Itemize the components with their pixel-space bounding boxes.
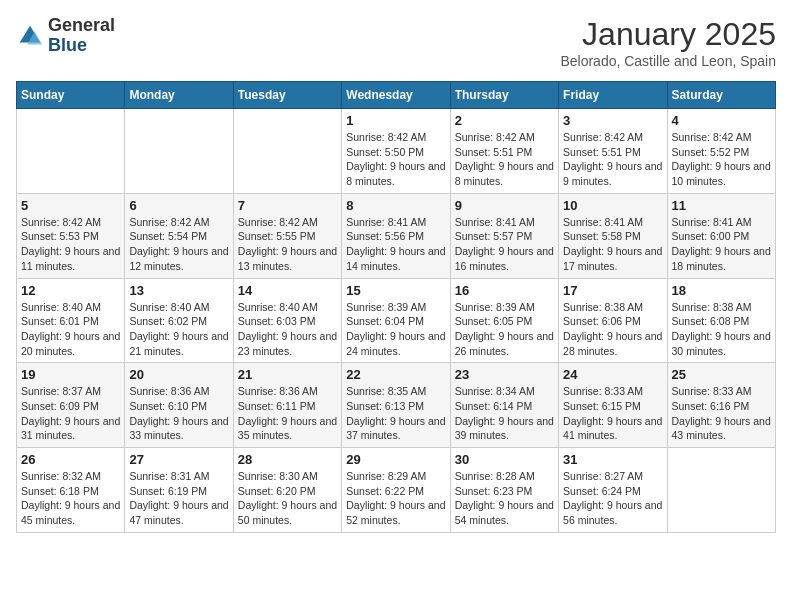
day-number: 21	[238, 367, 337, 382]
calendar-week-row: 1Sunrise: 8:42 AMSunset: 5:50 PMDaylight…	[17, 109, 776, 194]
day-info: Sunrise: 8:41 AMSunset: 5:57 PMDaylight:…	[455, 215, 554, 274]
calendar-cell: 13Sunrise: 8:40 AMSunset: 6:02 PMDayligh…	[125, 278, 233, 363]
weekday-header: Thursday	[450, 82, 558, 109]
day-info: Sunrise: 8:36 AMSunset: 6:10 PMDaylight:…	[129, 384, 228, 443]
calendar-cell	[667, 448, 775, 533]
logo-icon	[16, 22, 44, 50]
calendar-cell: 21Sunrise: 8:36 AMSunset: 6:11 PMDayligh…	[233, 363, 341, 448]
calendar-cell: 25Sunrise: 8:33 AMSunset: 6:16 PMDayligh…	[667, 363, 775, 448]
day-number: 31	[563, 452, 662, 467]
calendar-cell: 30Sunrise: 8:28 AMSunset: 6:23 PMDayligh…	[450, 448, 558, 533]
calendar-cell: 9Sunrise: 8:41 AMSunset: 5:57 PMDaylight…	[450, 193, 558, 278]
calendar-cell: 7Sunrise: 8:42 AMSunset: 5:55 PMDaylight…	[233, 193, 341, 278]
day-info: Sunrise: 8:41 AMSunset: 5:58 PMDaylight:…	[563, 215, 662, 274]
day-info: Sunrise: 8:42 AMSunset: 5:51 PMDaylight:…	[563, 130, 662, 189]
day-number: 27	[129, 452, 228, 467]
calendar-week-row: 5Sunrise: 8:42 AMSunset: 5:53 PMDaylight…	[17, 193, 776, 278]
calendar-cell: 19Sunrise: 8:37 AMSunset: 6:09 PMDayligh…	[17, 363, 125, 448]
calendar-cell	[125, 109, 233, 194]
day-number: 8	[346, 198, 445, 213]
day-info: Sunrise: 8:42 AMSunset: 5:53 PMDaylight:…	[21, 215, 120, 274]
day-info: Sunrise: 8:41 AMSunset: 6:00 PMDaylight:…	[672, 215, 771, 274]
day-number: 7	[238, 198, 337, 213]
calendar-cell: 1Sunrise: 8:42 AMSunset: 5:50 PMDaylight…	[342, 109, 450, 194]
calendar-week-row: 12Sunrise: 8:40 AMSunset: 6:01 PMDayligh…	[17, 278, 776, 363]
day-info: Sunrise: 8:33 AMSunset: 6:15 PMDaylight:…	[563, 384, 662, 443]
day-info: Sunrise: 8:42 AMSunset: 5:54 PMDaylight:…	[129, 215, 228, 274]
day-info: Sunrise: 8:39 AMSunset: 6:05 PMDaylight:…	[455, 300, 554, 359]
day-number: 4	[672, 113, 771, 128]
day-info: Sunrise: 8:35 AMSunset: 6:13 PMDaylight:…	[346, 384, 445, 443]
weekday-header: Saturday	[667, 82, 775, 109]
day-number: 22	[346, 367, 445, 382]
day-number: 26	[21, 452, 120, 467]
calendar-cell: 5Sunrise: 8:42 AMSunset: 5:53 PMDaylight…	[17, 193, 125, 278]
calendar-header-row: SundayMondayTuesdayWednesdayThursdayFrid…	[17, 82, 776, 109]
day-number: 3	[563, 113, 662, 128]
weekday-header: Wednesday	[342, 82, 450, 109]
calendar-cell: 24Sunrise: 8:33 AMSunset: 6:15 PMDayligh…	[559, 363, 667, 448]
calendar-cell	[17, 109, 125, 194]
calendar-cell: 29Sunrise: 8:29 AMSunset: 6:22 PMDayligh…	[342, 448, 450, 533]
day-number: 28	[238, 452, 337, 467]
calendar-cell: 23Sunrise: 8:34 AMSunset: 6:14 PMDayligh…	[450, 363, 558, 448]
calendar-cell: 22Sunrise: 8:35 AMSunset: 6:13 PMDayligh…	[342, 363, 450, 448]
day-number: 5	[21, 198, 120, 213]
calendar-cell: 3Sunrise: 8:42 AMSunset: 5:51 PMDaylight…	[559, 109, 667, 194]
calendar-cell: 18Sunrise: 8:38 AMSunset: 6:08 PMDayligh…	[667, 278, 775, 363]
calendar-week-row: 26Sunrise: 8:32 AMSunset: 6:18 PMDayligh…	[17, 448, 776, 533]
day-number: 25	[672, 367, 771, 382]
calendar-cell: 27Sunrise: 8:31 AMSunset: 6:19 PMDayligh…	[125, 448, 233, 533]
page-header: General Blue January 2025 Belorado, Cast…	[16, 16, 776, 69]
calendar-week-row: 19Sunrise: 8:37 AMSunset: 6:09 PMDayligh…	[17, 363, 776, 448]
day-number: 13	[129, 283, 228, 298]
day-info: Sunrise: 8:40 AMSunset: 6:03 PMDaylight:…	[238, 300, 337, 359]
logo-blue: Blue	[48, 35, 87, 55]
day-number: 1	[346, 113, 445, 128]
calendar-cell: 2Sunrise: 8:42 AMSunset: 5:51 PMDaylight…	[450, 109, 558, 194]
day-info: Sunrise: 8:38 AMSunset: 6:08 PMDaylight:…	[672, 300, 771, 359]
day-info: Sunrise: 8:34 AMSunset: 6:14 PMDaylight:…	[455, 384, 554, 443]
calendar-cell: 4Sunrise: 8:42 AMSunset: 5:52 PMDaylight…	[667, 109, 775, 194]
day-info: Sunrise: 8:39 AMSunset: 6:04 PMDaylight:…	[346, 300, 445, 359]
day-number: 16	[455, 283, 554, 298]
calendar-cell: 12Sunrise: 8:40 AMSunset: 6:01 PMDayligh…	[17, 278, 125, 363]
day-info: Sunrise: 8:42 AMSunset: 5:52 PMDaylight:…	[672, 130, 771, 189]
day-number: 29	[346, 452, 445, 467]
day-info: Sunrise: 8:33 AMSunset: 6:16 PMDaylight:…	[672, 384, 771, 443]
day-number: 23	[455, 367, 554, 382]
weekday-header: Tuesday	[233, 82, 341, 109]
day-info: Sunrise: 8:40 AMSunset: 6:02 PMDaylight:…	[129, 300, 228, 359]
day-info: Sunrise: 8:29 AMSunset: 6:22 PMDaylight:…	[346, 469, 445, 528]
day-info: Sunrise: 8:40 AMSunset: 6:01 PMDaylight:…	[21, 300, 120, 359]
day-number: 12	[21, 283, 120, 298]
calendar-cell: 17Sunrise: 8:38 AMSunset: 6:06 PMDayligh…	[559, 278, 667, 363]
day-info: Sunrise: 8:37 AMSunset: 6:09 PMDaylight:…	[21, 384, 120, 443]
day-number: 30	[455, 452, 554, 467]
calendar-cell: 8Sunrise: 8:41 AMSunset: 5:56 PMDaylight…	[342, 193, 450, 278]
day-number: 10	[563, 198, 662, 213]
calendar-table: SundayMondayTuesdayWednesdayThursdayFrid…	[16, 81, 776, 533]
weekday-header: Sunday	[17, 82, 125, 109]
day-info: Sunrise: 8:41 AMSunset: 5:56 PMDaylight:…	[346, 215, 445, 274]
logo-general: General	[48, 15, 115, 35]
day-number: 6	[129, 198, 228, 213]
day-info: Sunrise: 8:38 AMSunset: 6:06 PMDaylight:…	[563, 300, 662, 359]
title-block: January 2025 Belorado, Castille and Leon…	[560, 16, 776, 69]
day-number: 17	[563, 283, 662, 298]
calendar-cell: 6Sunrise: 8:42 AMSunset: 5:54 PMDaylight…	[125, 193, 233, 278]
day-info: Sunrise: 8:36 AMSunset: 6:11 PMDaylight:…	[238, 384, 337, 443]
weekday-header: Friday	[559, 82, 667, 109]
day-info: Sunrise: 8:32 AMSunset: 6:18 PMDaylight:…	[21, 469, 120, 528]
calendar-cell: 10Sunrise: 8:41 AMSunset: 5:58 PMDayligh…	[559, 193, 667, 278]
calendar-cell: 20Sunrise: 8:36 AMSunset: 6:10 PMDayligh…	[125, 363, 233, 448]
day-info: Sunrise: 8:42 AMSunset: 5:55 PMDaylight:…	[238, 215, 337, 274]
day-info: Sunrise: 8:27 AMSunset: 6:24 PMDaylight:…	[563, 469, 662, 528]
day-number: 19	[21, 367, 120, 382]
logo-text: General Blue	[48, 16, 115, 56]
calendar-cell: 28Sunrise: 8:30 AMSunset: 6:20 PMDayligh…	[233, 448, 341, 533]
day-info: Sunrise: 8:42 AMSunset: 5:50 PMDaylight:…	[346, 130, 445, 189]
day-number: 24	[563, 367, 662, 382]
calendar-cell: 15Sunrise: 8:39 AMSunset: 6:04 PMDayligh…	[342, 278, 450, 363]
day-info: Sunrise: 8:42 AMSunset: 5:51 PMDaylight:…	[455, 130, 554, 189]
